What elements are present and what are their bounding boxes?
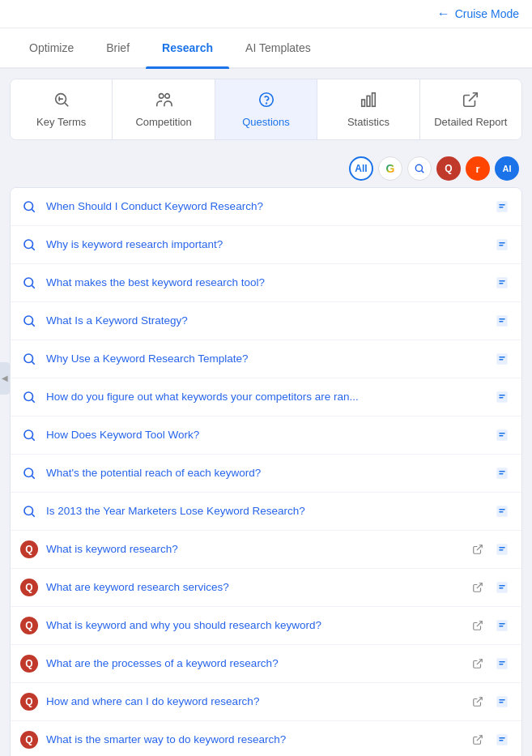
add-to-doc-icon[interactable] bbox=[492, 197, 512, 216]
sub-tab-competition[interactable]: Competition bbox=[113, 79, 215, 139]
svg-rect-8 bbox=[362, 100, 365, 106]
question-text[interactable]: What is keyword and why you should resea… bbox=[46, 618, 460, 633]
item-actions bbox=[468, 616, 512, 635]
external-link-icon[interactable] bbox=[468, 540, 487, 559]
item-actions bbox=[468, 692, 512, 711]
item-actions bbox=[492, 425, 512, 445]
filter-all[interactable]: All bbox=[349, 156, 373, 181]
sub-tab-key-terms[interactable]: Key Terms bbox=[11, 79, 113, 139]
question-text[interactable]: Why is keyword research important? bbox=[46, 237, 484, 252]
svg-rect-82 bbox=[499, 740, 503, 741]
svg-line-1 bbox=[65, 103, 68, 106]
svg-line-55 bbox=[32, 514, 34, 516]
svg-line-25 bbox=[32, 285, 34, 288]
item-actions bbox=[468, 730, 512, 750]
question-text[interactable]: How and where can I do keyword research? bbox=[46, 694, 460, 709]
filter-google[interactable]: G bbox=[378, 156, 402, 181]
add-to-doc-icon[interactable] bbox=[492, 540, 512, 559]
question-text[interactable]: What are the processes of a keyword rese… bbox=[46, 656, 460, 671]
svg-rect-53 bbox=[499, 473, 503, 475]
sub-tab-statistics[interactable]: Statistics bbox=[317, 79, 419, 139]
question-list: When Should I Conduct Keyword Research? … bbox=[10, 187, 522, 756]
add-to-doc-icon[interactable] bbox=[492, 502, 512, 521]
svg-line-20 bbox=[32, 247, 34, 250]
list-item: Q What is the smarter way to do keyword … bbox=[11, 721, 521, 756]
question-text[interactable]: Is 2013 the Year Marketers Lose Keyword … bbox=[46, 504, 484, 519]
filter-quora-search[interactable] bbox=[407, 156, 432, 181]
list-item: Is 2013 the Year Marketers Lose Keyword … bbox=[11, 493, 521, 531]
tab-optimize[interactable]: Optimize bbox=[13, 28, 90, 67]
external-link-icon[interactable] bbox=[468, 578, 487, 597]
add-to-doc-icon[interactable] bbox=[492, 616, 512, 635]
external-link-icon[interactable] bbox=[468, 730, 487, 750]
question-text[interactable]: What is keyword research? bbox=[46, 542, 460, 557]
google-icon: G bbox=[386, 162, 395, 175]
question-text[interactable]: How Does Keyword Tool Work? bbox=[46, 428, 484, 442]
svg-point-29 bbox=[24, 316, 33, 325]
item-actions bbox=[492, 463, 512, 483]
svg-rect-61 bbox=[499, 547, 505, 549]
side-handle-icon: ◀ bbox=[2, 374, 8, 382]
add-to-doc-icon[interactable] bbox=[492, 349, 512, 369]
add-to-doc-icon[interactable] bbox=[492, 311, 512, 331]
question-text[interactable]: What are keyword research services? bbox=[46, 580, 460, 595]
question-text[interactable]: How do you figure out what keywords your… bbox=[46, 390, 484, 404]
svg-line-63 bbox=[477, 583, 482, 588]
svg-rect-37 bbox=[499, 357, 505, 358]
list-item: How Does Keyword Tool Work? bbox=[11, 416, 521, 455]
question-text[interactable]: What is the smarter way to do keyword re… bbox=[46, 733, 460, 747]
svg-point-54 bbox=[24, 506, 33, 515]
add-to-doc-icon[interactable] bbox=[492, 692, 512, 711]
cruise-mode-button[interactable]: ← Cruise Mode bbox=[437, 6, 519, 21]
list-item: What makes the best keyword research too… bbox=[11, 264, 521, 302]
svg-rect-38 bbox=[499, 359, 503, 361]
source-icon-search bbox=[20, 502, 38, 520]
svg-point-14 bbox=[24, 202, 33, 211]
tab-research[interactable]: Research bbox=[146, 28, 229, 67]
question-text[interactable]: What Is a Keyword Strategy? bbox=[46, 314, 484, 328]
questions-label: Questions bbox=[242, 116, 290, 128]
filter-quora-red[interactable]: Q bbox=[436, 156, 461, 181]
svg-line-30 bbox=[32, 323, 34, 326]
svg-rect-32 bbox=[499, 318, 505, 320]
svg-line-50 bbox=[32, 476, 34, 478]
question-text[interactable]: What makes the best keyword research too… bbox=[46, 275, 484, 290]
svg-rect-78 bbox=[499, 702, 503, 703]
add-to-doc-icon[interactable] bbox=[492, 463, 512, 483]
add-to-doc-icon[interactable] bbox=[492, 235, 512, 254]
doc-icon bbox=[495, 199, 509, 214]
cruise-mode-label: Cruise Mode bbox=[455, 7, 519, 20]
question-text[interactable]: What's the potential reach of each keywo… bbox=[46, 466, 484, 481]
add-to-doc-icon[interactable] bbox=[492, 730, 512, 750]
filter-reddit[interactable]: r bbox=[466, 156, 490, 181]
tab-ai-templates[interactable]: AI Templates bbox=[229, 28, 327, 67]
sub-tab-detailed-report[interactable]: Detailed Report bbox=[420, 79, 521, 139]
add-to-doc-icon[interactable] bbox=[492, 425, 512, 445]
list-item: Q What are the processes of a keyword re… bbox=[11, 645, 521, 683]
svg-rect-62 bbox=[499, 549, 503, 551]
external-link-icon[interactable] bbox=[468, 616, 487, 635]
questions-icon bbox=[257, 91, 275, 111]
item-actions bbox=[468, 654, 512, 673]
add-to-doc-icon[interactable] bbox=[492, 654, 512, 673]
svg-rect-77 bbox=[499, 699, 505, 701]
add-to-doc-icon[interactable] bbox=[492, 273, 512, 293]
source-icon-search bbox=[20, 198, 38, 216]
add-to-doc-icon[interactable] bbox=[492, 387, 512, 407]
list-item: Why Use a Keyword Research Template? bbox=[11, 340, 521, 378]
list-item: Q What is keyword and why you should res… bbox=[11, 607, 521, 645]
source-icon-search bbox=[20, 274, 38, 292]
sub-tab-questions[interactable]: Questions bbox=[215, 79, 317, 139]
question-text[interactable]: When Should I Conduct Keyword Research? bbox=[46, 199, 484, 214]
add-to-doc-icon[interactable] bbox=[492, 578, 512, 597]
svg-line-67 bbox=[477, 621, 482, 626]
question-text[interactable]: Why Use a Keyword Research Template? bbox=[46, 352, 484, 366]
side-handle[interactable]: ◀ bbox=[0, 362, 10, 395]
tab-brief[interactable]: Brief bbox=[90, 28, 146, 67]
filter-ai[interactable]: AI bbox=[495, 156, 519, 181]
external-link-icon[interactable] bbox=[468, 692, 487, 711]
list-item: Why is keyword research important? bbox=[11, 226, 521, 264]
svg-point-5 bbox=[165, 94, 170, 99]
external-link-icon[interactable] bbox=[468, 654, 487, 673]
key-terms-icon bbox=[53, 91, 70, 111]
